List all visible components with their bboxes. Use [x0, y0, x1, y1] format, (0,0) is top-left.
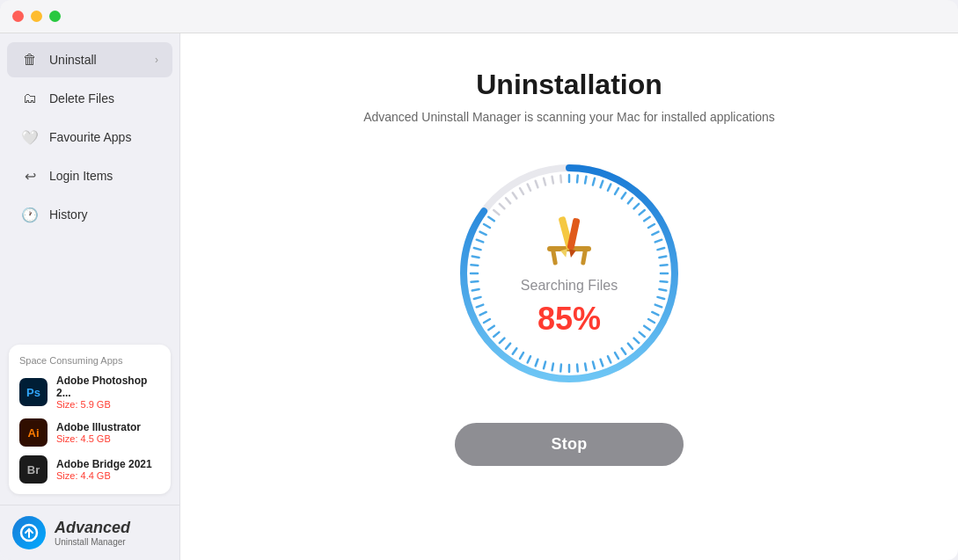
sidebar: 🗑 Uninstall › 🗂 Delete Files 🤍 Favourite…: [0, 33, 180, 560]
sidebar-item-label: Delete Files: [49, 91, 158, 105]
sidebar-item-label: Login Items: [49, 169, 158, 183]
progress-percent: 85%: [538, 301, 601, 338]
brand-icon: [12, 516, 46, 549]
brand-area: Advanced Uninstall Manager: [0, 505, 179, 560]
photoshop-icon: Ps: [19, 378, 48, 406]
stop-button[interactable]: Stop: [455, 423, 684, 466]
sidebar-item-favourite-apps[interactable]: 🤍 Favourite Apps: [7, 120, 172, 155]
app-name: Adobe Photoshop 2...: [56, 375, 160, 399]
list-item[interactable]: Br Adobe Bridge 2021 Size: 4.4 GB: [19, 455, 160, 484]
history-icon: 🕐: [21, 206, 39, 223]
brand-sub: Uninstall Manager: [55, 537, 130, 547]
list-item[interactable]: Ps Adobe Photoshop 2... Size: 5.9 GB: [19, 375, 160, 410]
sidebar-item-history[interactable]: 🕐 History: [7, 197, 172, 232]
space-consuming-apps-widget: Space Consuming Apps Ps Adobe Photoshop …: [9, 345, 171, 494]
bridge-icon: Br: [19, 455, 48, 484]
page-subtitle: Advanced Uninstall Manager is scanning y…: [363, 110, 775, 124]
app-size: Size: 5.9 GB: [56, 399, 160, 410]
close-button[interactable]: [12, 11, 24, 22]
app-body: 🗑 Uninstall › 🗂 Delete Files 🤍 Favourite…: [0, 33, 958, 560]
progress-label: Searching Files: [521, 278, 618, 294]
login-items-icon: ↩: [21, 167, 39, 185]
sidebar-item-uninstall[interactable]: 🗑 Uninstall ›: [7, 42, 172, 77]
app-name: Adobe Illustrator: [56, 421, 141, 433]
app-size: Size: 4.4 GB: [56, 470, 152, 481]
brand-name: Advanced: [55, 519, 130, 537]
list-item[interactable]: Ai Adobe Illustrator Size: 4.5 GB: [19, 418, 160, 447]
sidebar-item-login-items[interactable]: ↩ Login Items: [7, 158, 172, 193]
app-scanning-icon: [538, 209, 600, 271]
page-title: Uninstallation: [476, 69, 662, 101]
uninstall-icon: 🗑: [21, 51, 39, 69]
maximize-button[interactable]: [49, 11, 61, 22]
main-content: Uninstallation Advanced Uninstall Manage…: [180, 33, 958, 560]
chevron-right-icon: ›: [155, 54, 158, 66]
titlebar: [0, 0, 958, 33]
progress-container: Searching Files 85%: [446, 150, 692, 396]
delete-files-icon: 🗂: [21, 90, 39, 107]
minimize-button[interactable]: [31, 11, 42, 22]
brand-logo-svg: [19, 523, 39, 542]
sidebar-item-label: Uninstall: [49, 53, 144, 67]
app-size: Size: 4.5 GB: [56, 433, 141, 444]
illustrator-icon: Ai: [19, 418, 48, 447]
sidebar-item-label: Favourite Apps: [49, 130, 158, 144]
progress-inner: Searching Files 85%: [521, 209, 618, 338]
app-name: Adobe Bridge 2021: [56, 458, 152, 470]
sidebar-item-label: History: [49, 207, 158, 222]
favourite-apps-icon: 🤍: [21, 128, 39, 146]
space-widget-title: Space Consuming Apps: [19, 355, 160, 366]
sidebar-item-delete-files[interactable]: 🗂 Delete Files: [7, 81, 172, 116]
